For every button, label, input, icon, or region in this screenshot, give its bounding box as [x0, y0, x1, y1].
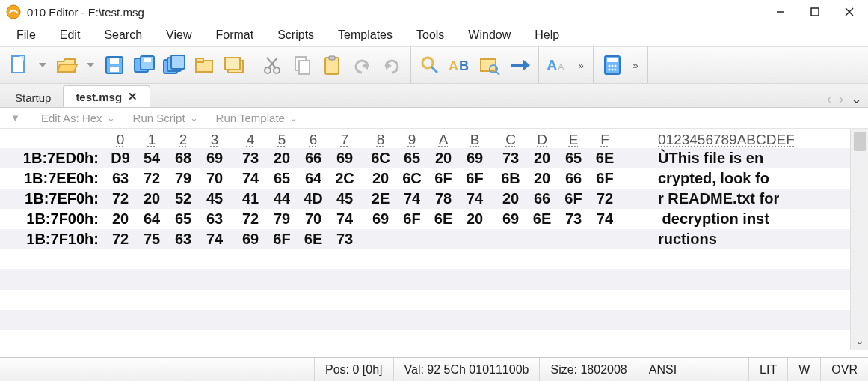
hex-byte[interactable]: 6E — [298, 231, 329, 248]
hex-byte[interactable]: 65 — [558, 150, 589, 167]
hex-byte[interactable]: 72 — [589, 190, 621, 207]
tab-prev-icon[interactable]: ‹ — [827, 91, 831, 107]
hex-byte[interactable]: 44 — [266, 190, 298, 207]
status-endian[interactable]: LIT — [748, 358, 787, 381]
hex-byte[interactable]: 2E — [365, 190, 396, 207]
hex-byte[interactable]: 63 — [167, 231, 199, 248]
redo-button[interactable] — [378, 50, 406, 80]
hex-byte[interactable]: 69 — [329, 150, 360, 167]
minimize-button[interactable] — [763, 0, 798, 24]
hex-byte[interactable]: 74 — [199, 231, 230, 248]
hex-byte[interactable]: 6F — [558, 190, 589, 207]
hex-byte[interactable]: 20 — [136, 190, 167, 207]
hex-byte[interactable]: 52 — [167, 190, 199, 207]
run-template-dropdown[interactable]: Run Template⌄ — [216, 112, 298, 124]
menu-search[interactable]: Search — [93, 27, 153, 43]
hex-byte[interactable]: 74 — [589, 210, 621, 228]
menu-tools[interactable]: Tools — [406, 27, 455, 43]
hex-editor[interactable]: 0123 4567 89AB CDEF 0123456789ABCDEF 1B:… — [0, 129, 868, 350]
tab-startup[interactable]: Startup — [3, 88, 63, 107]
hex-byte[interactable]: 6F — [589, 170, 621, 187]
hex-byte[interactable]: 70 — [199, 170, 230, 187]
menu-templates[interactable]: Templates — [327, 27, 403, 43]
hex-byte[interactable]: 64 — [136, 210, 167, 228]
hex-row[interactable]: 1B:7EE0h:637279707465642C206C6F6F6B20666… — [0, 168, 850, 189]
hex-byte[interactable]: 73 — [235, 150, 266, 167]
hex-byte[interactable]: 73 — [329, 231, 360, 248]
toolbar-overflow-1[interactable]: » — [573, 60, 588, 71]
hex-byte[interactable]: 79 — [266, 210, 298, 228]
toolbar-overflow-2[interactable]: » — [628, 60, 643, 71]
hex-ascii[interactable]: ructions — [658, 231, 717, 248]
hex-byte[interactable]: 6E — [428, 210, 459, 228]
hex-byte[interactable]: 6F — [266, 231, 298, 248]
save-button[interactable] — [100, 50, 129, 80]
hex-byte[interactable]: 6F — [396, 210, 428, 228]
scrollbar-thumb[interactable] — [854, 132, 866, 151]
hex-row[interactable]: 1B:7F10h:72756374696F6E73ructions — [0, 229, 850, 249]
hex-byte[interactable]: 65 — [266, 170, 298, 187]
font-button[interactable]: AA — [544, 50, 572, 80]
hex-byte[interactable]: 68 — [167, 150, 199, 167]
hex-byte[interactable]: 74 — [235, 170, 266, 187]
open-file-button[interactable] — [52, 50, 81, 80]
find-in-files-button[interactable] — [475, 50, 504, 80]
hex-byte[interactable]: 64 — [298, 170, 329, 187]
hex-byte[interactable]: 6F — [428, 170, 459, 187]
hex-byte[interactable]: 74 — [329, 210, 360, 228]
hex-byte[interactable]: 20 — [365, 170, 396, 187]
status-encoding[interactable]: ANSI — [638, 358, 687, 381]
hex-byte[interactable]: 72 — [105, 231, 136, 248]
calculator-button[interactable] — [598, 50, 627, 80]
hex-row[interactable]: 1B:7ED0h:D9546869732066696C6520697320656… — [0, 148, 850, 168]
hex-byte[interactable]: 6E — [589, 150, 621, 167]
vertical-scrollbar[interactable]: ⌄ — [850, 129, 868, 350]
hex-byte[interactable]: 69 — [495, 210, 526, 228]
new-file-dropdown[interactable] — [34, 50, 51, 80]
hex-byte[interactable]: 6C — [365, 150, 396, 167]
hex-byte[interactable]: 74 — [396, 190, 428, 207]
hex-byte[interactable]: 20 — [526, 170, 558, 187]
menu-window[interactable]: Window — [458, 27, 521, 43]
copy-button[interactable] — [288, 50, 316, 80]
edit-as-dropdown[interactable]: Edit As: Hex⌄ — [41, 112, 115, 124]
open-file-dropdown[interactable] — [82, 50, 99, 80]
find-button[interactable] — [416, 50, 444, 80]
open-files-button[interactable] — [220, 50, 248, 80]
maximize-button[interactable] — [798, 0, 832, 24]
tab-list-dropdown-icon[interactable]: ⌄ — [851, 91, 862, 107]
hex-byte[interactable]: 6F — [459, 170, 490, 187]
hex-row[interactable]: 1B:7F00h:2064656372797074696F6E20696E737… — [0, 209, 850, 229]
menu-view[interactable]: View — [156, 27, 202, 43]
hex-byte[interactable]: 20 — [105, 210, 136, 228]
undo-button[interactable] — [348, 50, 376, 80]
cut-button[interactable] — [258, 50, 286, 80]
hex-byte[interactable]: 6C — [396, 170, 428, 187]
hex-byte[interactable]: 79 — [167, 170, 199, 187]
hex-byte[interactable]: 73 — [495, 150, 526, 167]
hex-byte[interactable]: 45 — [329, 190, 360, 207]
hex-byte[interactable]: 6E — [526, 210, 558, 228]
hex-byte[interactable]: 6B — [495, 170, 526, 187]
hex-byte[interactable]: 20 — [526, 150, 558, 167]
hex-byte[interactable]: 78 — [428, 190, 459, 207]
hex-byte[interactable]: 45 — [199, 190, 230, 207]
menu-format[interactable]: Format — [205, 27, 264, 43]
hex-byte[interactable]: 2C — [329, 170, 360, 187]
hex-byte[interactable]: 69 — [459, 150, 490, 167]
status-ovr[interactable]: OVR — [820, 358, 868, 381]
hex-byte[interactable]: 69 — [199, 150, 230, 167]
hex-byte[interactable]: 72 — [105, 190, 136, 207]
goto-dropdown-icon[interactable]: ▼ — [10, 112, 20, 124]
hex-byte[interactable]: 73 — [558, 210, 589, 228]
hex-byte[interactable]: 4D — [298, 190, 329, 207]
menu-help[interactable]: Help — [524, 27, 570, 43]
hex-byte[interactable]: 20 — [428, 150, 459, 167]
hex-byte[interactable]: 20 — [266, 150, 298, 167]
save-all-button[interactable] — [160, 50, 188, 80]
paste-button[interactable] — [318, 50, 346, 80]
hex-byte[interactable]: 20 — [459, 210, 490, 228]
close-button[interactable] — [832, 0, 867, 24]
hex-ascii[interactable]: crypted, look fo — [658, 170, 769, 187]
hex-byte[interactable]: 72 — [235, 210, 266, 228]
